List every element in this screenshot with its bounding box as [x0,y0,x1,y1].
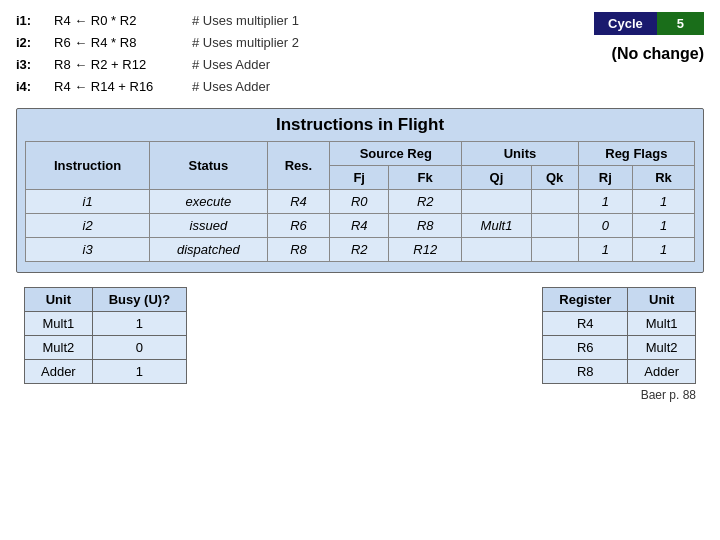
table-row: i3 dispatched R8 R2 R12 1 1 [26,238,695,262]
unit-table: Unit Busy (U)? Mult1 1 Mult2 0 Adder 1 [24,287,187,384]
cell-fj: R2 [330,238,389,262]
cell-instr: i3 [26,238,150,262]
instruction-line: i2: R6 ← R4 * R8 # Uses multiplier 2 [16,32,299,54]
instr-comment: # Uses Adder [192,76,270,98]
instruction-line: i4: R4 ← R14 + R16 # Uses Adder [16,76,299,98]
subh-qj: Qj [462,166,531,190]
unit-name: Mult1 [25,312,93,336]
instr-label: i3: [16,54,46,76]
cell-fj: R0 [330,190,389,214]
cell-fi: R4 [267,190,330,214]
cell-qj [462,238,531,262]
subh-rk: Rk [633,166,695,190]
unit-name: Adder [25,360,93,384]
register-name: R6 [543,336,628,360]
register-unit: Adder [628,360,696,384]
cycle-row: Cycle 5 [594,12,704,35]
instructions-list: i1: R4 ← R0 * R2 # Uses multiplier 1 i2:… [16,10,299,98]
subh-qk: Qk [531,166,578,190]
table-row: i1 execute R4 R0 R2 1 1 [26,190,695,214]
cell-rk: 1 [633,238,695,262]
instr-comment: # Uses multiplier 2 [192,32,299,54]
cell-qj: Mult1 [462,214,531,238]
cell-rj: 1 [578,190,632,214]
subh-fj: Fj [330,166,389,190]
flight-table: Instruction Status Res. Source Reg Units… [25,141,695,262]
top-section: i1: R4 ← R0 * R2 # Uses multiplier 1 i2:… [16,10,704,98]
list-item: Mult1 1 [25,312,187,336]
no-change-label: (No change) [612,45,704,63]
cycle-value: 5 [657,12,704,35]
flight-section: Instructions in Flight Instruction Statu… [16,108,704,273]
instr-comment: # Uses Adder [192,54,270,76]
cell-rj: 1 [578,238,632,262]
cell-fk: R2 [389,190,462,214]
instruction-line: i3: R8 ← R2 + R12 # Uses Adder [16,54,299,76]
instr-label: i2: [16,32,46,54]
instr-label: i4: [16,76,46,98]
unit-col-unit: Unit [25,288,93,312]
unit-busy: 0 [92,336,186,360]
reg-col-register: Register [543,288,628,312]
instr-code: R4 ← R0 * R2 [54,10,184,32]
cycle-box: Cycle 5 (No change) [594,12,704,63]
baer-reference: Baer p. 88 [16,388,704,402]
bottom-section: Unit Busy (U)? Mult1 1 Mult2 0 Adder 1 R… [16,287,704,384]
unit-name: Mult2 [25,336,93,360]
cell-qk [531,190,578,214]
subh-fk: Fk [389,166,462,190]
list-item: R8 Adder [543,360,696,384]
instr-code: R4 ← R14 + R16 [54,76,184,98]
cell-fk: R8 [389,214,462,238]
col-res: Res. [267,142,330,190]
cell-qj [462,190,531,214]
unit-busy: 1 [92,360,186,384]
cell-fi: R8 [267,238,330,262]
flight-title: Instructions in Flight [25,115,695,135]
list-item: Adder 1 [25,360,187,384]
cell-rj: 0 [578,214,632,238]
reg-col-unit: Unit [628,288,696,312]
register-name: R4 [543,312,628,336]
instr-code: R6 ← R4 * R8 [54,32,184,54]
cell-instr: i1 [26,190,150,214]
cell-rk: 1 [633,214,695,238]
list-item: R6 Mult2 [543,336,696,360]
cell-qk [531,214,578,238]
cycle-label: Cycle [594,12,657,35]
subh-rj: Rj [578,166,632,190]
cell-status: issued [150,214,268,238]
cell-fj: R4 [330,214,389,238]
unit-busy: 1 [92,312,186,336]
unit-col-busy: Busy (U)? [92,288,186,312]
register-table: Register Unit R4 Mult1 R6 Mult2 R8 Adder [542,287,696,384]
cell-status: execute [150,190,268,214]
col-source-reg: Source Reg [330,142,462,166]
register-unit: Mult1 [628,312,696,336]
cell-status: dispatched [150,238,268,262]
cell-fk: R12 [389,238,462,262]
instr-label: i1: [16,10,46,32]
col-reg-flags: Reg Flags [578,142,694,166]
cell-rk: 1 [633,190,695,214]
cell-fi: R6 [267,214,330,238]
col-status: Status [150,142,268,190]
instr-comment: # Uses multiplier 1 [192,10,299,32]
col-instruction: Instruction [26,142,150,190]
list-item: R4 Mult1 [543,312,696,336]
list-item: Mult2 0 [25,336,187,360]
table-row: i2 issued R6 R4 R8 Mult1 0 1 [26,214,695,238]
cell-instr: i2 [26,214,150,238]
cell-qk [531,238,578,262]
instruction-line: i1: R4 ← R0 * R2 # Uses multiplier 1 [16,10,299,32]
register-unit: Mult2 [628,336,696,360]
instr-code: R8 ← R2 + R12 [54,54,184,76]
register-name: R8 [543,360,628,384]
col-units: Units [462,142,578,166]
